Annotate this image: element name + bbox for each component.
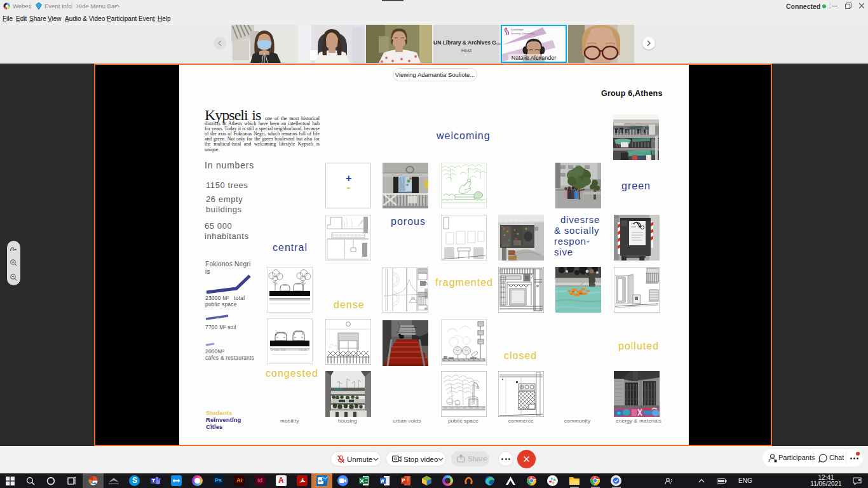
svg-text:Knowledge: Knowledge — [511, 28, 524, 31]
svg-text:Natalie Alexander: Natalie Alexander — [512, 55, 557, 61]
svg-text:Learning Community: Learning Community — [511, 32, 534, 35]
